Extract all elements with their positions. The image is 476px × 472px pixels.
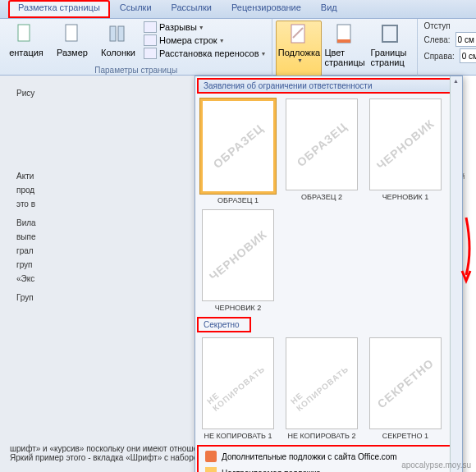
size-button[interactable]: Размер <box>49 21 95 60</box>
tab-mailings[interactable]: Рассылки <box>162 0 222 18</box>
line-numbers-icon <box>144 34 157 46</box>
orientation-icon <box>15 23 38 46</box>
orientation-label: ентация <box>9 48 43 57</box>
chevron-down-icon: ▼ <box>297 57 303 63</box>
svg-rect-3 <box>118 26 124 41</box>
tab-review[interactable]: Рецензирование <box>222 0 311 18</box>
thumb-chernovik-1[interactable]: ЧЕРНОВИКЧЕРНОВИК 1 <box>366 99 445 204</box>
thumb-obrazets-2[interactable]: ОБРАЗЕЦОБРАЗЕЦ 2 <box>282 99 361 204</box>
size-icon <box>61 23 84 46</box>
tab-view[interactable]: Вид <box>311 0 347 18</box>
document-area: Рису Акти прод это в Вила выпе грал груп… <box>0 76 227 472</box>
thumb-chernovik-2[interactable]: ЧЕРНОВИКЧЕРНОВИК 2 <box>199 209 277 312</box>
chevron-down-icon: ▼ <box>199 25 204 30</box>
svg-rect-2 <box>110 26 116 41</box>
indent-right-row: Справа: <box>421 48 476 64</box>
svg-rect-1 <box>66 25 77 41</box>
page-borders-icon <box>379 23 402 46</box>
gallery-section-disclaimer: Заявления об ограничении ответственности <box>197 78 460 94</box>
group-indent: Отступ Слева: Справа: <box>418 19 476 78</box>
thumb-nocopy-2[interactable]: НЕ КОПИРОВАТЬНЕ КОПИРОВАТЬ 2 <box>282 337 361 440</box>
gallery-grid-1: ОБРАЗЕЦОБРАЗЕЦ 1 ОБРАЗЕЦОБРАЗЕЦ 2 ЧЕРНОВ… <box>195 95 462 315</box>
thumb-secret-1[interactable]: СЕКРЕТНОСЕКРЕТНО 1 <box>366 337 445 440</box>
hyphenation-icon <box>144 48 157 59</box>
gallery-section-secret: Секретно <box>197 317 251 332</box>
watermark-label: Подложка <box>278 48 320 57</box>
orientation-button[interactable]: ентация <box>3 21 49 60</box>
chevron-down-icon: ▼ <box>260 51 266 57</box>
gallery-grid-2: НЕ КОПИРОВАТЬНЕ КОПИРОВАТЬ 1 НЕ КОПИРОВА… <box>195 334 462 443</box>
page-borders-button[interactable]: Границы страниц <box>368 21 414 76</box>
red-arrow-annotation <box>458 213 474 287</box>
source-url: apocalypse.moy.su <box>401 461 471 470</box>
page-color-icon <box>333 23 356 46</box>
thumb-nocopy-1[interactable]: НЕ КОПИРОВАТЬНЕ КОПИРОВАТЬ 1 <box>199 337 277 440</box>
office-icon <box>205 451 217 462</box>
hyphenation-button[interactable]: Расстановка переносов▼ <box>141 47 268 60</box>
size-label: Размер <box>57 48 88 57</box>
indent-header: Отступ <box>421 21 476 31</box>
svg-rect-7 <box>337 39 350 43</box>
page-color-button[interactable]: Цвет страницы <box>322 21 368 76</box>
svg-rect-0 <box>18 25 30 41</box>
group-page-setup: ентация Размер Колонки Разрывы▼ Номера с… <box>0 19 272 78</box>
indent-left-row: Слева: <box>421 31 476 48</box>
columns-button[interactable]: Колонки <box>95 21 141 60</box>
thumb-obrazets-1[interactable]: ОБРАЗЕЦОБРАЗЕЦ 1 <box>199 99 277 204</box>
tab-references[interactable]: Ссылки <box>110 0 162 18</box>
svg-rect-8 <box>382 25 397 42</box>
breaks-icon <box>144 21 157 33</box>
tab-page-layout[interactable]: Разметка страницы <box>8 0 110 18</box>
chevron-down-icon: ▼ <box>219 38 225 44</box>
custom-icon <box>205 467 217 472</box>
breaks-button[interactable]: Разрывы▼ <box>141 21 268 34</box>
columns-icon <box>107 23 130 46</box>
line-numbers-button[interactable]: Номера строк▼ <box>141 34 268 47</box>
page-borders-label: Границы страниц <box>370 48 411 67</box>
page-color-label: Цвет страницы <box>324 48 365 67</box>
ribbon: ентация Размер Колонки Разрывы▼ Номера с… <box>0 19 476 76</box>
watermark-button[interactable]: Подложка▼ <box>276 21 322 76</box>
indent-left-input[interactable] <box>455 32 476 47</box>
indent-right-input[interactable] <box>460 48 476 63</box>
ribbon-tabs: Разметка страницы Ссылки Рассылки Реценз… <box>0 0 476 19</box>
watermark-icon <box>287 23 310 46</box>
watermark-gallery: Заявления об ограничении ответственности… <box>195 76 463 472</box>
columns-label: Колонки <box>101 48 135 57</box>
group-background: Подложка▼ Цвет страницы Границы страниц <box>272 19 418 78</box>
